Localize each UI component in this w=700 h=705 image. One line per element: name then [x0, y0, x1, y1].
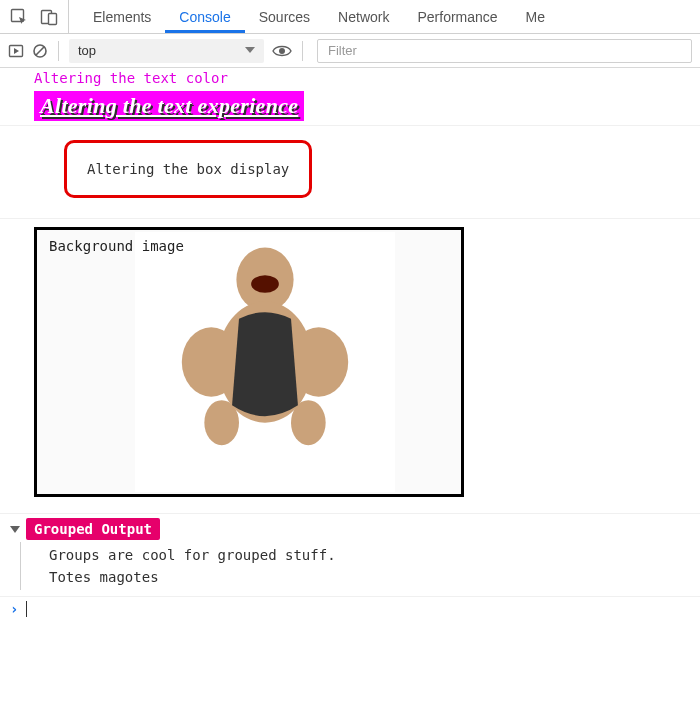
svg-rect-2 [49, 13, 57, 24]
console-output: Altering the text color Altering the tex… [0, 68, 700, 621]
tab-network[interactable]: Network [324, 0, 403, 33]
console-log-line: Groups are cool for grouped stuff. [21, 544, 700, 566]
styled-log-fancy: Altering the text experience [34, 91, 304, 121]
console-prompt[interactable]: › [0, 596, 700, 621]
execution-context-label: top [78, 43, 96, 58]
panel-tabs: Elements Console Sources Network Perform… [69, 0, 559, 33]
tab-performance[interactable]: Performance [403, 0, 511, 33]
styled-log-magenta: Altering the text color [34, 70, 228, 86]
console-log-line: Altering the box display [0, 126, 700, 219]
prompt-caret-icon: › [10, 601, 18, 617]
group-title-badge: Grouped Output [26, 518, 160, 540]
console-group-header[interactable]: Grouped Output [0, 516, 700, 542]
console-filter-input[interactable] [326, 42, 683, 59]
tab-elements[interactable]: Elements [79, 0, 165, 33]
devtools-tabstrip: Elements Console Sources Network Perform… [0, 0, 700, 34]
console-log-line: Totes magotes [21, 566, 700, 588]
bg-image-label: Background image [49, 238, 184, 254]
tabstrip-left-controls [0, 0, 69, 33]
console-filter[interactable] [317, 39, 692, 63]
console-log-line: Altering the text experience [0, 89, 700, 126]
disclosure-triangle-icon[interactable] [10, 526, 20, 533]
clear-console-icon[interactable] [32, 43, 48, 59]
tab-sources[interactable]: Sources [245, 0, 324, 33]
svg-marker-4 [14, 48, 19, 54]
device-toolbar-icon[interactable] [40, 8, 58, 26]
live-expressions-icon[interactable] [272, 43, 292, 59]
tab-more-overflow[interactable]: Me [512, 0, 559, 33]
inspect-element-icon[interactable] [10, 8, 28, 26]
execution-context-selector[interactable]: top [69, 39, 264, 63]
styled-log-background-image: Background image [34, 227, 464, 497]
svg-line-6 [36, 46, 44, 54]
console-group: Grouped Output Groups are cool for group… [0, 514, 700, 596]
svg-marker-7 [245, 47, 255, 53]
toolbar-divider [302, 41, 303, 61]
console-toolbar: top [0, 34, 700, 68]
chevron-down-icon [245, 43, 255, 58]
toolbar-divider [58, 41, 59, 61]
text-cursor [26, 601, 27, 617]
toggle-sidebar-icon[interactable] [8, 43, 24, 59]
tab-console[interactable]: Console [165, 0, 244, 33]
console-log-line: Altering the text color [0, 68, 700, 89]
console-log-line: Background image [0, 219, 700, 514]
styled-log-box: Altering the box display [64, 140, 312, 198]
console-group-children: Groups are cool for grouped stuff. Totes… [20, 542, 700, 590]
svg-point-8 [279, 48, 285, 54]
